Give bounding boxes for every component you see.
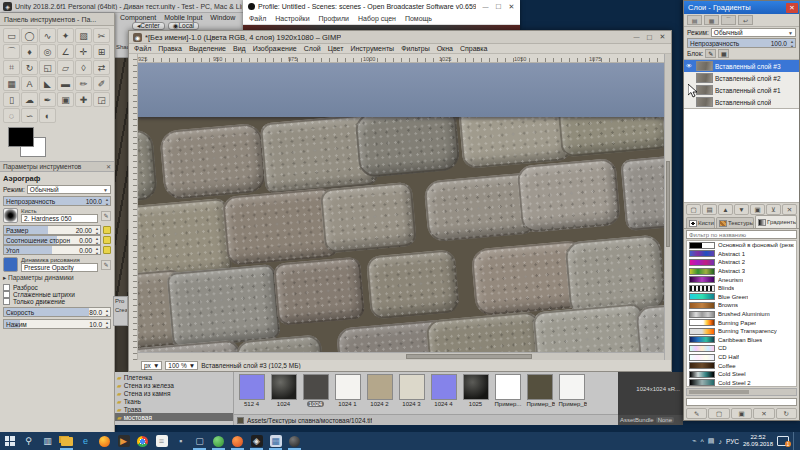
- gimp-menu-item[interactable]: Фильтры: [401, 45, 430, 52]
- tool-option-slider[interactable]: Соотношение сторон 0.00 ▲▼: [3, 235, 101, 245]
- unity-project-tab[interactable]: Pro: [115, 297, 127, 306]
- asset-item[interactable]: 1024 1: [333, 374, 362, 407]
- asset-item[interactable]: 1024 4: [429, 374, 458, 407]
- obs-menu-item[interactable]: Набор сцен: [358, 15, 396, 22]
- folder-item[interactable]: ▰Стена из железа: [115, 381, 233, 389]
- dynamics-preview-icon[interactable]: [3, 257, 18, 272]
- brush-preview-icon[interactable]: [3, 208, 18, 223]
- text-tool-icon[interactable]: A: [21, 76, 38, 91]
- folder-item[interactable]: ▰Трава: [115, 405, 233, 413]
- gradient-row[interactable]: Abstract 1: [687, 250, 796, 259]
- paths-tool-icon[interactable]: ⌒: [3, 44, 20, 59]
- crop-tool-icon[interactable]: ⌗: [3, 60, 20, 75]
- opacity-slider[interactable]: Непрозрачность 100.0 ▲▼: [3, 196, 111, 206]
- layer-opacity-slider[interactable]: Непрозрачность 100.0 ▲▼: [687, 38, 796, 48]
- perspective-clone-tool-icon[interactable]: ◲: [93, 92, 110, 107]
- gimp-menu-item[interactable]: Вид: [233, 45, 246, 52]
- gimp-close-button[interactable]: [656, 32, 669, 42]
- cage-transform-tool-icon[interactable]: ▦: [3, 76, 20, 91]
- asset-item[interactable]: 512 4: [237, 374, 266, 407]
- tray-chevron-icon[interactable]: ^: [701, 438, 704, 445]
- scissors-tool-icon[interactable]: ✂: [93, 28, 110, 43]
- show-desktop-button[interactable]: [793, 432, 796, 450]
- bucket-fill-tool-icon[interactable]: ◣: [39, 76, 56, 91]
- asset-thumbnail[interactable]: [527, 374, 553, 400]
- gradient-row[interactable]: CD: [687, 344, 796, 353]
- tool-option-slider[interactable]: Размер 20.00 ▲▼: [3, 225, 101, 235]
- align-tool-icon[interactable]: ⊞: [93, 44, 110, 59]
- viewer-icon[interactable]: ▦: [266, 432, 285, 450]
- asset-item[interactable]: 1024 2: [365, 374, 394, 407]
- gradient-row[interactable]: Blinds: [687, 284, 796, 293]
- gimp-menu-item[interactable]: Выделение: [189, 45, 226, 52]
- dynamics-options-expander[interactable]: ▸ Параметры динамики: [3, 274, 111, 282]
- tray-item-icon[interactable]: ▤: [708, 437, 715, 445]
- start-button[interactable]: [0, 432, 19, 450]
- channels-tab-icon[interactable]: ▦: [704, 15, 719, 25]
- unity-menu-item[interactable]: Mobile Input: [164, 14, 202, 21]
- foreground-color-swatch[interactable]: [8, 127, 34, 147]
- gradient-row[interactable]: Abstract 2: [687, 258, 796, 267]
- resource-tab[interactable]: Градиенты: [755, 215, 797, 228]
- canvas-vscrollbar[interactable]: [664, 54, 671, 360]
- measure-tool-icon[interactable]: ∠: [57, 44, 74, 59]
- brush-edit-icon[interactable]: ✎: [101, 211, 111, 221]
- delete-layer-button[interactable]: ✕: [782, 204, 797, 215]
- gimp-menu-item[interactable]: Окна: [437, 45, 453, 52]
- asset-thumbnail[interactable]: [367, 374, 393, 400]
- search-icon[interactable]: ⚲: [19, 432, 38, 450]
- undo-tab-icon[interactable]: ↩: [738, 15, 753, 25]
- action-center-icon[interactable]: 1: [777, 436, 789, 446]
- delete-gradient-button[interactable]: ✕: [753, 408, 774, 419]
- edit-gradient-button[interactable]: ✎: [686, 408, 707, 419]
- clone-tool-icon[interactable]: ▣: [57, 92, 74, 107]
- asset-item[interactable]: 1024: [301, 374, 330, 407]
- asset-thumbnail[interactable]: [239, 374, 265, 400]
- paths-tab-icon[interactable]: ⌒: [721, 15, 736, 25]
- gradient-row[interactable]: Burning Paper: [687, 318, 796, 327]
- gimp-menu-item[interactable]: Инструменты: [350, 45, 394, 52]
- paintbrush-tool-icon[interactable]: ✐: [93, 76, 110, 91]
- obs-menu-item[interactable]: Помощь: [405, 15, 432, 22]
- layer-mode-select[interactable]: Обычный▼: [711, 28, 796, 37]
- duplicate-gradient-button[interactable]: ▣: [731, 408, 752, 419]
- unity-taskbar-icon[interactable]: ◈: [247, 432, 266, 450]
- dynamics-edit-icon[interactable]: ✎: [101, 260, 111, 270]
- shear-tool-icon[interactable]: ▱: [57, 60, 74, 75]
- asset-item[interactable]: Пример...: [493, 374, 522, 407]
- flip-tool-icon[interactable]: ⇄: [93, 60, 110, 75]
- asset-item[interactable]: Пример_ВХ...: [525, 374, 554, 407]
- asset-thumbnail[interactable]: [335, 374, 361, 400]
- gradient-row[interactable]: Abstract 3: [687, 267, 796, 276]
- unit-select[interactable]: px▼: [141, 361, 162, 370]
- zoom-tool-icon[interactable]: ◎: [39, 44, 56, 59]
- resource-tab[interactable]: Текстуры: [716, 217, 754, 228]
- obs-close-button[interactable]: [505, 2, 518, 12]
- heal-tool-icon[interactable]: ✚: [75, 92, 92, 107]
- anchor-layer-button[interactable]: ⊻: [766, 204, 781, 215]
- gradient-hscrollbar[interactable]: [686, 388, 797, 396]
- tool-options-close-icon[interactable]: ✕: [106, 163, 111, 170]
- panel-close-button[interactable]: ✕: [786, 3, 798, 13]
- gimp-minimize-button[interactable]: [630, 32, 643, 42]
- asset-thumbnail[interactable]: [303, 374, 329, 400]
- obs-minimize-button[interactable]: [479, 2, 492, 12]
- gradient-row[interactable]: Burning Transparency: [687, 327, 796, 336]
- paint-mode-select[interactable]: Обычный▼: [27, 185, 111, 194]
- checkbox-icon[interactable]: [3, 298, 10, 305]
- new-group-button[interactable]: ▤: [702, 204, 717, 215]
- resource-tab[interactable]: Кисти: [686, 217, 715, 228]
- language-indicator[interactable]: РУС: [726, 438, 739, 445]
- gradient-row[interactable]: Caribbean Blues: [687, 336, 796, 345]
- obs-menu-item[interactable]: Настройки: [275, 15, 309, 22]
- zoom-select[interactable]: 100 %▼: [165, 361, 198, 370]
- lower-layer-button[interactable]: ▼: [734, 204, 749, 215]
- fuzzy-select-tool-icon[interactable]: ✦: [57, 28, 74, 43]
- gimp-canvas[interactable]: [138, 63, 664, 352]
- edge-icon[interactable]: e: [76, 432, 95, 450]
- gimp-menu-item[interactable]: Слой: [304, 45, 321, 52]
- free-select-tool-icon[interactable]: ∿: [39, 28, 56, 43]
- new-gradient-button[interactable]: ▢: [708, 408, 729, 419]
- asset-thumbnail[interactable]: [463, 374, 489, 400]
- checkbox-icon[interactable]: [3, 284, 10, 291]
